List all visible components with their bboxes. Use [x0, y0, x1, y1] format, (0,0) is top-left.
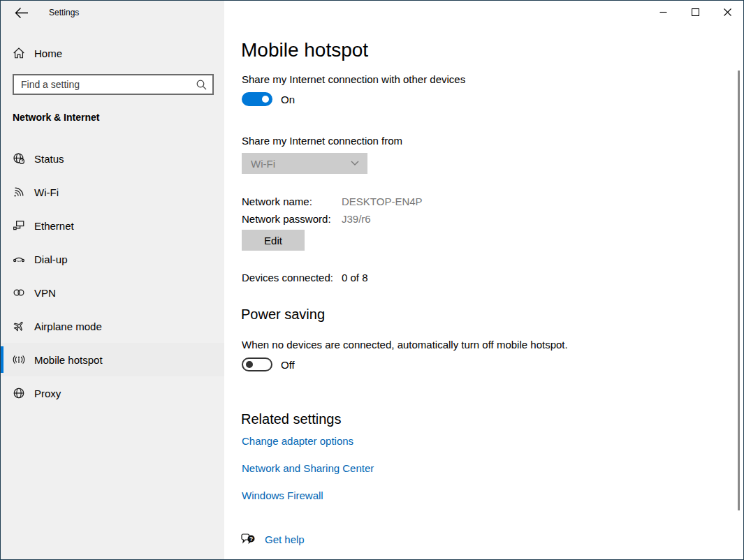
network-name-value: DESKTOP-EN4P: [342, 196, 423, 207]
sidebar-item-label: Ethernet: [34, 220, 74, 232]
sidebar-item-proxy[interactable]: Proxy: [1, 376, 224, 410]
wifi-icon: [13, 186, 25, 198]
settings-window: Settings Home Network & Internet: [0, 0, 744, 560]
sidebar-item-wifi[interactable]: Wi-Fi: [1, 175, 224, 209]
minimize-icon: [659, 8, 667, 16]
main-content: Mobile hotspot Share my Internet connect…: [224, 1, 743, 559]
devices-connected-value: 0 of 8: [342, 272, 368, 283]
network-password-label: Network password:: [242, 213, 331, 225]
sidebar-item-home[interactable]: Home: [1, 40, 224, 66]
sidebar-item-ethernet[interactable]: Ethernet: [1, 209, 224, 242]
sidebar-item-label: Wi-Fi: [34, 186, 59, 198]
share-toggle[interactable]: [242, 92, 272, 106]
devices-connected-label: Devices connected:: [242, 272, 333, 283]
vertical-scrollbar-thumb[interactable]: [738, 71, 740, 510]
windows-firewall-link[interactable]: Windows Firewall: [242, 489, 323, 501]
sidebar-item-vpn[interactable]: VPN: [1, 276, 224, 309]
home-icon: [13, 47, 25, 59]
sidebar-item-label: VPN: [34, 287, 56, 299]
network-password-value: J39/r6: [342, 213, 371, 225]
get-help-icon: ?: [241, 533, 257, 546]
close-button[interactable]: [711, 1, 743, 23]
search-box: [13, 74, 214, 95]
sidebar-item-mobile-hotspot[interactable]: Mobile hotspot: [1, 343, 224, 376]
power-saving-description: When no devices are connected, automatic…: [242, 339, 568, 351]
page-title: Mobile hotspot: [241, 39, 368, 61]
get-help-label: Get help: [265, 533, 305, 545]
svg-text:?: ?: [249, 536, 253, 543]
sidebar-item-label: Mobile hotspot: [34, 354, 103, 366]
dialup-phone-icon: [13, 253, 25, 265]
edit-button[interactable]: Edit: [242, 230, 305, 251]
power-saving-toggle[interactable]: [242, 358, 272, 371]
share-from-dropdown[interactable]: Wi-Fi: [242, 153, 367, 174]
vpn-icon: [13, 286, 25, 299]
close-icon: [724, 8, 731, 16]
window-controls: [647, 1, 743, 23]
power-saving-state: Off: [281, 359, 295, 371]
sidebar-item-status[interactable]: Status: [1, 142, 224, 175]
share-toggle-label: Share my Internet connection with other …: [242, 73, 465, 85]
sidebar-nav: Status Wi-Fi: [1, 142, 224, 410]
sidebar-item-label: Dial-up: [34, 253, 68, 265]
sidebar-item-dialup[interactable]: Dial-up: [1, 242, 224, 276]
search-icon: [196, 79, 207, 91]
share-toggle-state: On: [281, 94, 295, 105]
search-input[interactable]: [14, 75, 212, 94]
share-from-label: Share my Internet connection from: [242, 135, 402, 147]
sidebar: Settings Home Network & Internet: [1, 1, 224, 559]
sidebar-item-label: Proxy: [34, 388, 61, 399]
titlebar: Settings: [1, 1, 224, 24]
sidebar-item-label: Home: [34, 47, 62, 59]
sidebar-item-label: Status: [34, 153, 64, 165]
back-button[interactable]: [10, 5, 33, 20]
network-name-label: Network name:: [242, 196, 312, 207]
status-globe-icon: [13, 152, 25, 165]
get-help-link[interactable]: ? Get help: [241, 533, 305, 546]
sidebar-section-title: Network & Internet: [13, 112, 99, 123]
app-title: Settings: [49, 8, 79, 17]
related-settings-title: Related settings: [241, 411, 341, 427]
ethernet-icon: [13, 219, 25, 232]
dropdown-selected-value: Wi-Fi: [251, 158, 351, 170]
network-sharing-center-link[interactable]: Network and Sharing Center: [242, 462, 374, 474]
back-arrow-icon: [15, 7, 29, 19]
proxy-globe-icon: [13, 387, 25, 399]
maximize-button[interactable]: [679, 1, 711, 23]
change-adapter-options-link[interactable]: Change adapter options: [242, 435, 353, 447]
minimize-button[interactable]: [647, 1, 679, 23]
power-saving-title: Power saving: [241, 307, 325, 323]
airplane-icon: [13, 320, 25, 332]
mobile-hotspot-icon: [13, 353, 25, 366]
maximize-icon: [692, 8, 699, 16]
sidebar-item-label: Airplane mode: [34, 320, 102, 332]
toggle-knob: [246, 361, 253, 368]
chevron-down-icon: [351, 161, 359, 166]
sidebar-item-airplane-mode[interactable]: Airplane mode: [1, 309, 224, 343]
toggle-knob: [262, 96, 269, 103]
